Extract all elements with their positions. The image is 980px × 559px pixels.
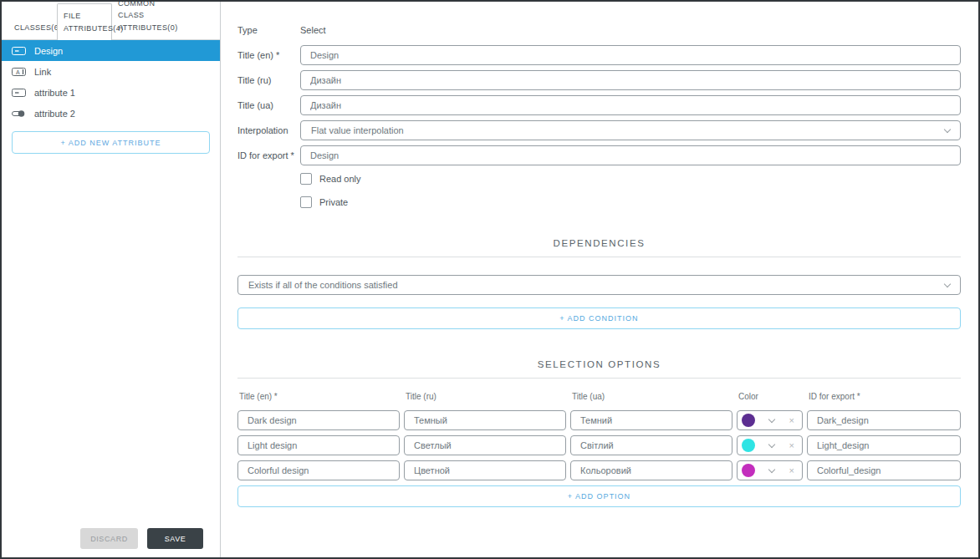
chevron-down-icon	[944, 280, 951, 287]
add-condition-button[interactable]: + ADD CONDITION	[237, 307, 961, 329]
selection-options-grid: Title (en) * Title (ru) Title (ua) Color…	[237, 392, 961, 507]
option-id-export-input[interactable]	[807, 410, 961, 430]
title-ru-label: Title (ru)	[237, 75, 300, 85]
color-swatch[interactable]	[742, 439, 755, 452]
save-button[interactable]: SAVE	[147, 528, 203, 549]
tab-classes[interactable]: CLASSES(6)	[8, 18, 57, 39]
remove-color-icon[interactable]: ×	[789, 416, 794, 425]
attribute-item-label: attribute 2	[34, 109, 75, 119]
interpolation-label: Interpolation	[237, 125, 300, 135]
type-row: Type Select	[237, 20, 961, 40]
attribute-item-link[interactable]: A Link	[2, 61, 220, 82]
id-export-label: ID for export *	[237, 150, 300, 160]
sidebar: CLASSES(6) FILE ATTRIBUTES(4) COMMON CLA…	[2, 2, 221, 557]
tab-file-attributes[interactable]: FILE ATTRIBUTES(4)	[57, 3, 112, 40]
selection-options-heading: SELECTION OPTIONS	[237, 359, 961, 369]
chevron-down-icon	[768, 440, 775, 447]
sidebar-footer: DISCARD SAVE	[2, 528, 220, 557]
title-en-input[interactable]	[300, 45, 961, 65]
dependencies-select-value: Exists if all of the conditions satisfie…	[248, 280, 398, 290]
chevron-down-icon	[944, 125, 951, 132]
dependencies-heading: DEPENDENCIES	[237, 238, 961, 248]
chevron-down-icon	[768, 415, 775, 422]
column-header-color: Color	[737, 392, 803, 405]
attribute-item-label: attribute 1	[34, 88, 75, 98]
title-ua-label: Title (ua)	[237, 100, 300, 110]
remove-color-icon[interactable]: ×	[789, 466, 794, 475]
title-en-row: Title (en) *	[237, 45, 961, 65]
title-ua-row: Title (ua)	[237, 95, 961, 115]
option-title-ru-input[interactable]	[404, 410, 566, 430]
interpolation-row: Interpolation Flat value interpolation	[237, 120, 961, 140]
read-only-label: Read only	[319, 174, 361, 184]
option-title-en-input[interactable]	[237, 410, 400, 430]
divider	[237, 378, 961, 379]
add-new-attribute-button[interactable]: + ADD NEW ATTRIBUTE	[12, 131, 210, 154]
attribute-item-label: Design	[34, 46, 63, 56]
option-title-ua-input[interactable]	[570, 410, 732, 430]
tab-common-class-attributes[interactable]: COMMON CLASS ATTRIBUTES(0)	[112, 0, 189, 39]
type-label: Type	[237, 25, 300, 35]
option-color-picker[interactable]: ×	[737, 460, 803, 480]
sidebar-tabbar: CLASSES(6) FILE ATTRIBUTES(4) COMMON CLA…	[2, 2, 220, 40]
title-ru-input[interactable]	[300, 70, 961, 90]
interpolation-select[interactable]: Flat value interpolation	[300, 120, 961, 140]
title-ua-input[interactable]	[300, 95, 961, 115]
private-label: Private	[319, 197, 348, 207]
option-color-picker[interactable]: ×	[737, 435, 803, 455]
option-title-en-input[interactable]	[237, 460, 400, 480]
dependencies-select[interactable]: Exists if all of the conditions satisfie…	[237, 275, 961, 295]
id-export-row: ID for export *	[237, 145, 961, 165]
color-swatch[interactable]	[742, 414, 755, 427]
type-value: Select	[300, 25, 326, 35]
column-header-title-ua: Title (ua)	[570, 392, 732, 405]
attribute-editor-panel: Type Select Title (en) * Title (ru) Titl…	[221, 2, 978, 557]
option-title-en-input[interactable]	[237, 435, 400, 455]
option-title-ru-input[interactable]	[404, 460, 566, 480]
text-type-icon: A	[12, 67, 26, 77]
title-en-label: Title (en) *	[237, 50, 300, 60]
attribute-item-attribute-1[interactable]: attribute 1	[2, 82, 220, 103]
column-header-title-en: Title (en) *	[237, 392, 400, 405]
id-export-input[interactable]	[300, 145, 961, 165]
add-option-button[interactable]: + ADD OPTION	[237, 485, 961, 507]
attribute-item-design[interactable]: Design	[2, 40, 220, 61]
column-header-id-export: ID for export *	[807, 392, 961, 405]
remove-color-icon[interactable]: ×	[789, 441, 794, 450]
divider	[237, 257, 961, 257]
discard-button[interactable]: DISCARD	[80, 528, 138, 549]
option-color-picker[interactable]: ×	[737, 410, 803, 430]
option-title-ua-input[interactable]	[570, 435, 732, 455]
toggle-type-icon	[12, 109, 26, 119]
option-title-ua-input[interactable]	[570, 460, 732, 480]
sidebar-spacer	[2, 154, 220, 528]
option-id-export-input[interactable]	[807, 435, 961, 455]
dependencies-select-wrap: Exists if all of the conditions satisfie…	[237, 275, 961, 295]
interpolation-value: Flat value interpolation	[311, 125, 404, 135]
color-swatch[interactable]	[742, 464, 755, 477]
private-checkbox[interactable]	[300, 196, 312, 208]
svg-text:A: A	[16, 69, 20, 75]
title-ru-row: Title (ru)	[237, 70, 961, 90]
option-title-ru-input[interactable]	[404, 435, 566, 455]
attribute-item-label: Link	[34, 67, 51, 77]
option-id-export-input[interactable]	[807, 460, 961, 480]
attribute-list: Design A Link attribute 1 attribute 2	[2, 40, 220, 124]
private-row: Private	[300, 196, 961, 208]
attribute-item-attribute-2[interactable]: attribute 2	[2, 103, 220, 124]
select-type-icon	[12, 46, 26, 56]
read-only-checkbox[interactable]	[300, 173, 312, 185]
read-only-row: Read only	[300, 173, 961, 185]
column-header-title-ru: Title (ru)	[404, 392, 566, 405]
chevron-down-icon	[768, 465, 775, 472]
select-type-icon	[12, 88, 26, 98]
